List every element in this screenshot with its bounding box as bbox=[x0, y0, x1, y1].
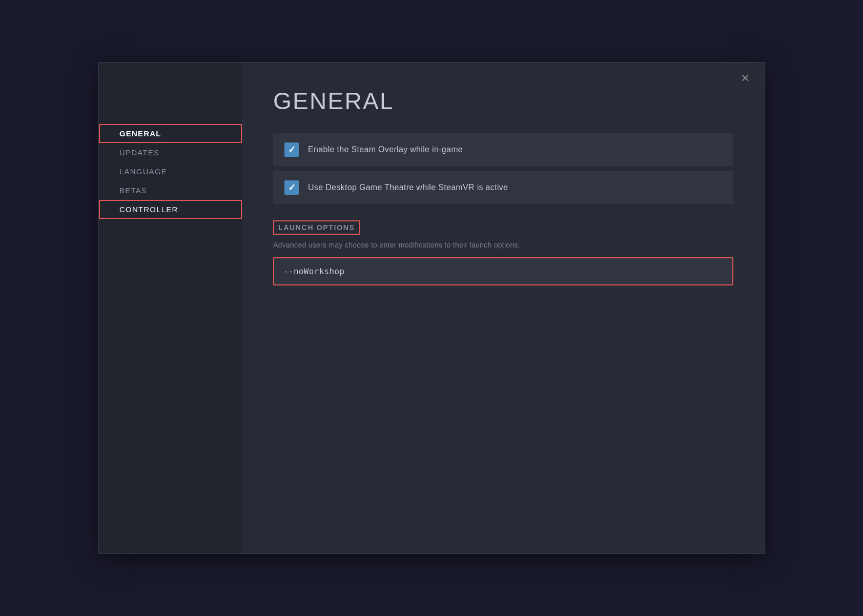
steam-overlay-checkbox[interactable]: ✓ bbox=[284, 142, 299, 157]
sidebar-item-controller[interactable]: CONTROLLER bbox=[99, 200, 242, 219]
desktop-theatre-label: Use Desktop Game Theatre while SteamVR i… bbox=[308, 183, 508, 192]
launch-options-section: LAUNCH OPTIONS Advanced users may choose… bbox=[273, 220, 733, 285]
launch-options-title: LAUNCH OPTIONS bbox=[273, 220, 360, 235]
steam-overlay-label: Enable the Steam Overlay while in-game bbox=[308, 145, 463, 154]
launch-options-description: Advanced users may choose to enter modif… bbox=[273, 241, 733, 249]
sidebar-item-betas[interactable]: BETAS bbox=[99, 181, 242, 200]
desktop-theatre-checkbox[interactable]: ✓ bbox=[284, 180, 299, 195]
sidebar: GENERAL UPDATES LANGUAGE BETAS CONTROLLE… bbox=[99, 63, 242, 553]
page-title: GENERAL bbox=[273, 87, 733, 115]
checkmark-icon-2: ✓ bbox=[288, 182, 296, 193]
checkmark-icon: ✓ bbox=[288, 144, 296, 155]
settings-dialog: ✕ GENERAL UPDATES LANGUAGE BETAS CONTROL… bbox=[98, 62, 765, 554]
sidebar-item-updates[interactable]: UPDATES bbox=[99, 143, 242, 162]
main-content: GENERAL ✓ Enable the Steam Overlay while… bbox=[242, 63, 764, 553]
steam-overlay-row: ✓ Enable the Steam Overlay while in-game bbox=[273, 133, 733, 166]
launch-options-input[interactable] bbox=[273, 257, 733, 285]
sidebar-item-general[interactable]: GENERAL bbox=[99, 124, 242, 143]
sidebar-item-language[interactable]: LANGUAGE bbox=[99, 162, 242, 181]
desktop-theatre-row: ✓ Use Desktop Game Theatre while SteamVR… bbox=[273, 171, 733, 204]
close-button[interactable]: ✕ bbox=[736, 71, 754, 86]
